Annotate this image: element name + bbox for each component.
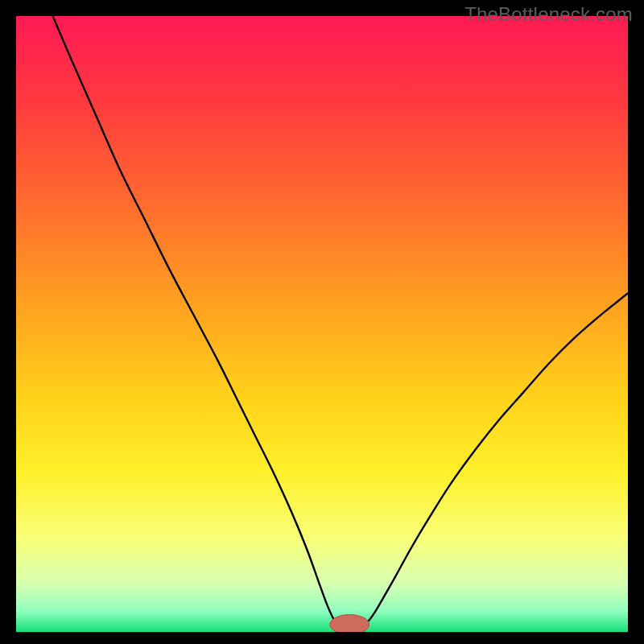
bottleneck-chart [16,16,628,632]
gradient-background [16,16,628,632]
plot-area [16,16,628,632]
chart-frame: TheBottleneck.com [0,0,644,644]
optimal-point-marker [330,615,369,632]
watermark-text: TheBottleneck.com [464,3,633,26]
